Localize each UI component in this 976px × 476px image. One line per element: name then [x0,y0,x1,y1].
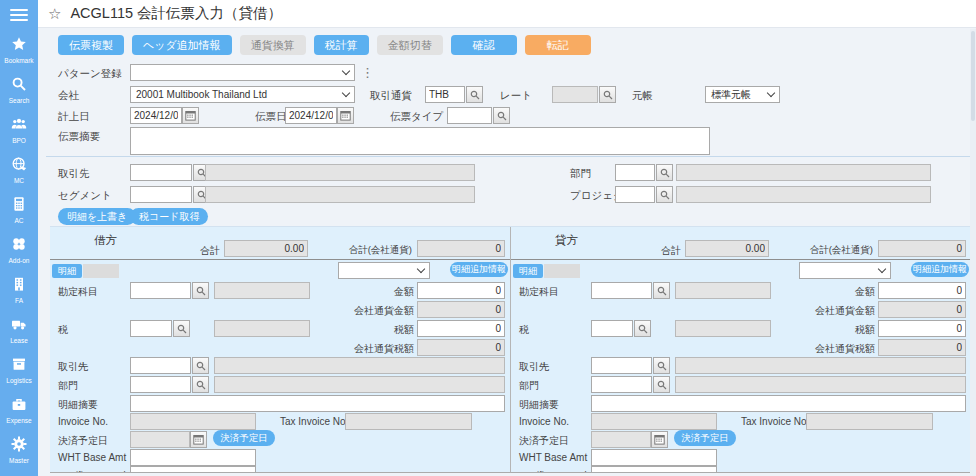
company-label: 会社 [58,89,79,103]
calendar-icon [185,110,196,121]
currency-search-button[interactable] [466,86,483,103]
sidebar-item-logistics[interactable]: Logistics [0,350,38,390]
line-partner-name-display [214,357,505,374]
detail-badge[interactable]: 明細 [52,264,82,278]
partner-input[interactable] [130,164,192,181]
tax-search-button[interactable] [173,320,190,337]
posting-date-input[interactable] [130,107,182,124]
line-partner-search-button[interactable] [653,357,670,374]
sidebar-item-search[interactable]: Search [0,70,38,110]
detail-summary-input[interactable] [591,395,966,412]
certificate-number-input[interactable] [130,466,256,473]
doc-date-calendar-button[interactable] [337,107,354,124]
settlement-calendar-button[interactable] [190,431,207,448]
chevron-down-icon [342,89,350,97]
rate-input [552,86,598,103]
detail-add-info-button[interactable]: 明細追加情報 [911,262,969,277]
line-partner-input[interactable] [130,357,191,374]
get-tax-code-button[interactable]: 税コード取得 [130,208,208,225]
ledger-select[interactable]: 標準元帳 [705,86,780,103]
settlement-date-button[interactable]: 決済予定日 [674,430,736,446]
tax-input[interactable] [591,320,633,337]
line-department-input[interactable] [130,376,191,393]
summary-textarea[interactable] [130,127,710,155]
sidebar-item-addon[interactable]: Add-on [0,230,38,270]
line-department-search-button[interactable] [192,376,209,393]
company-select-value: 20001 Multibook Thailand Ltd [136,89,267,100]
invoice-input [130,413,256,430]
rate-search-button[interactable] [599,86,616,103]
confirm-button[interactable]: 確認 [451,35,517,55]
line-department-input[interactable] [591,376,652,393]
more-options-icon[interactable]: ⋮ [361,65,374,80]
tax-amount-input[interactable] [417,320,505,337]
sidebar-item-bpo[interactable]: BPO [0,110,38,150]
pattern-select[interactable] [130,64,355,81]
overwrite-details-button[interactable]: 明細を上書き [58,208,136,225]
currency-input[interactable] [425,86,465,103]
chevron-down-icon [417,265,425,273]
line-department-search-button[interactable] [653,376,670,393]
amount-input[interactable] [878,282,966,299]
company-amount-input [878,301,966,318]
detail-summary-input[interactable] [130,395,505,412]
certificate-number-input[interactable] [591,466,717,473]
briefcase-icon [11,396,27,416]
settlement-date-button[interactable]: 決済予定日 [213,430,275,446]
detail-add-info-button[interactable]: 明細追加情報 [450,262,508,277]
sidebar-item-label: FA [15,297,23,304]
sidebar-item-expense[interactable]: Expense [0,390,38,430]
line-partner-search-button[interactable] [192,357,209,374]
header-add-info-button[interactable]: ヘッダ追加情報 [132,35,232,55]
amount-input[interactable] [417,282,505,299]
sidebar-item-master[interactable]: Master [0,430,38,470]
tax-calc-button[interactable]: 税計算 [314,35,369,55]
tax-search-button[interactable] [634,320,651,337]
amount-switch-button[interactable]: 金額切替 [377,35,443,55]
sidebar-item-ac[interactable]: AC [0,190,38,230]
sidebar-item-lease[interactable]: Lease [0,310,38,350]
currency-convert-button[interactable]: 通貨換算 [240,35,306,55]
account-input[interactable] [130,282,191,299]
wht-base-input[interactable] [130,449,256,466]
post-button[interactable]: 転記 [525,35,591,55]
project-search-button[interactable] [656,186,673,203]
account-input[interactable] [591,282,652,299]
hamburger-menu-icon[interactable] [0,0,38,30]
wht-base-input[interactable] [591,449,717,466]
sidebar-item-fa[interactable]: FA [0,270,38,310]
sidebar-item-bookmark[interactable]: Bookmark [0,30,38,70]
department-search-button[interactable] [656,164,673,181]
search-icon [11,76,27,96]
tax-input[interactable] [130,320,172,337]
tax-invoice-input [345,413,472,430]
posting-date-calendar-button[interactable] [182,107,199,124]
segment-input[interactable] [130,186,192,203]
settlement-calendar-button[interactable] [651,431,668,448]
account-search-button[interactable] [653,282,670,299]
doc-date-input[interactable] [285,107,337,124]
favorite-star-icon[interactable]: ☆ [48,5,61,23]
invoice-label: Invoice No. [58,416,108,427]
tax-invoice-label: Tax Invoice No. [741,416,809,427]
copy-voucher-button[interactable]: 伝票複製 [58,35,124,55]
company-select[interactable]: 20001 Multibook Thailand Ltd [130,86,355,103]
tax-name-display [675,320,771,337]
account-search-button[interactable] [192,282,209,299]
detail-template-select[interactable] [338,262,430,279]
company-tax-label: 会社通貨税額 [326,342,414,356]
chevron-down-icon [878,265,886,273]
doc-type-search-button[interactable] [493,107,510,124]
line-partner-input[interactable] [591,357,652,374]
detail-template-select[interactable] [799,262,891,279]
scrollbar-thumb[interactable] [971,31,975,121]
department-input[interactable] [615,164,655,181]
doc-type-input[interactable] [447,107,492,124]
tax-amount-input[interactable] [878,320,966,337]
calendar-icon [654,434,665,445]
department-name-display [676,164,931,181]
vertical-scrollbar[interactable] [970,29,976,476]
project-input[interactable] [615,186,655,203]
sidebar-item-mc[interactable]: MC [0,150,38,190]
detail-badge[interactable]: 明細 [513,264,543,278]
